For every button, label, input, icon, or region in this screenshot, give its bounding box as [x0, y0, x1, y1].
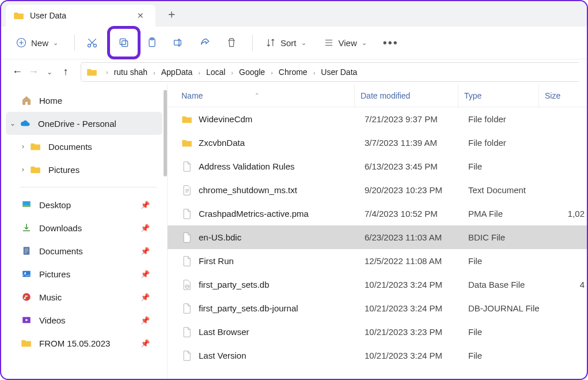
download-icon	[21, 223, 32, 233]
file-icon	[181, 351, 193, 361]
file-row[interactable]: Address Validation Rules6/13/2023 3:45 P…	[168, 155, 587, 178]
svg-rect-3	[122, 41, 128, 47]
file-size: 1,02	[546, 209, 587, 219]
sidebar-documents[interactable]: Documents 📌	[1, 239, 167, 262]
sort-indicator-icon: ⌃	[255, 92, 259, 99]
chevron-down-icon: ⌄	[53, 39, 58, 47]
file-row[interactable]: Last Version10/21/2023 3:24 PMFile	[168, 344, 587, 367]
paste-icon	[146, 37, 158, 48]
sidebar-from-folder[interactable]: FROM 15.05.2023 📌	[1, 332, 167, 355]
up-button[interactable]: ↑	[58, 66, 74, 78]
breadcrumb-segment[interactable]: Chrome	[277, 67, 309, 77]
cut-button[interactable]	[81, 31, 104, 54]
sidebar-pictures[interactable]: Pictures 📌	[1, 262, 167, 285]
more-button[interactable]: •••	[377, 31, 404, 54]
svg-rect-7	[174, 40, 181, 45]
breadcrumb-segment[interactable]: Google	[237, 67, 267, 77]
folder-icon	[30, 142, 41, 151]
folder-icon	[21, 339, 32, 347]
sort-button[interactable]: Sort ⌄	[259, 31, 313, 54]
chevron-down-icon: ⌄	[362, 39, 367, 47]
share-icon	[199, 37, 211, 48]
cloud-icon	[20, 118, 31, 129]
document-icon	[21, 246, 32, 256]
file-type: File	[462, 256, 546, 266]
file-name: first_party_sets.db-journal	[199, 303, 359, 313]
copy-button[interactable]	[112, 31, 135, 54]
file-row[interactable]: WidevineCdm7/21/2023 9:37 PMFile folder	[168, 107, 587, 131]
chevron-down-icon: ⌄	[301, 39, 306, 47]
close-tab-icon[interactable]: ✕	[134, 10, 147, 21]
file-size: 4	[546, 280, 587, 289]
sidebar-desktop[interactable]: Desktop 📌	[1, 193, 167, 216]
sidebar-onedrive-documents[interactable]: › Documents	[1, 135, 167, 158]
sidebar-home[interactable]: Home	[1, 89, 167, 112]
recent-dropdown[interactable]: ⌄	[41, 68, 58, 76]
file-row[interactable]: en-US.bdic6/23/2023 11:03 AMBDIC File	[168, 225, 587, 249]
breadcrumb-segment[interactable]: AppData	[160, 67, 194, 77]
file-date: 10/21/2023 3:24 PM	[359, 351, 462, 360]
sort-label: Sort	[280, 38, 297, 48]
chevron-right-icon: ›	[267, 69, 277, 76]
file-row[interactable]: CrashpadMetrics-active.pma7/4/2023 10:52…	[168, 202, 587, 225]
file-date: 9/20/2023 10:23 PM	[359, 185, 462, 195]
scissors-icon	[86, 37, 98, 48]
file-row[interactable]: ZxcvbnData3/7/2023 11:39 AMFile folder	[168, 131, 587, 155]
sidebar-home-label: Home	[39, 96, 62, 106]
sidebar-downloads[interactable]: Downloads 📌	[1, 216, 167, 239]
pin-icon: 📌	[141, 247, 150, 255]
view-button[interactable]: View ⌄	[317, 31, 374, 54]
share-button[interactable]	[194, 31, 217, 54]
paste-button[interactable]	[141, 31, 164, 54]
file-row[interactable]: first_party_sets.db10/21/2023 3:24 PMDat…	[168, 273, 587, 296]
rename-icon	[173, 37, 184, 48]
column-headers: Name ⌃ Date modified Type Size	[168, 84, 587, 107]
file-date: 6/13/2023 3:45 PM	[359, 161, 462, 171]
file-date: 10/21/2023 3:24 PM	[359, 303, 462, 313]
new-button[interactable]: New ⌄	[9, 31, 65, 54]
sidebar-videos[interactable]: Videos 📌	[1, 308, 167, 332]
scrollbar-thumb[interactable]	[164, 90, 167, 176]
file-pane: Name ⌃ Date modified Type Size WidevineC…	[167, 84, 587, 379]
column-type-header[interactable]: Type	[458, 84, 538, 107]
file-row[interactable]: Last Browser10/21/2023 3:23 PMFile	[168, 320, 587, 344]
breadcrumb-segment[interactable]: rutu shah	[112, 67, 149, 77]
desktop-icon	[21, 200, 32, 210]
file-name: WidevineCdm	[199, 114, 359, 124]
sidebar-item-label: Documents	[39, 246, 83, 256]
file-name: en-US.bdic	[199, 232, 359, 242]
column-size-header[interactable]: Size	[538, 84, 587, 107]
address-bar[interactable]: › rutu shah›AppData›Local›Google›Chrome›…	[81, 62, 579, 82]
sidebar-onedrive-label: OneDrive - Personal	[38, 119, 116, 129]
breadcrumb-segment[interactable]: User Data	[319, 67, 359, 77]
forward-button[interactable]: →	[25, 66, 41, 78]
file-type: BDIC File	[462, 232, 546, 242]
file-name: Last Browser	[199, 327, 359, 337]
file-type: PMA File	[462, 209, 546, 219]
delete-button[interactable]	[220, 31, 243, 54]
new-tab-button[interactable]: ＋	[166, 6, 177, 22]
sidebar-item-label: Pictures	[48, 165, 79, 175]
sidebar-onedrive-pictures[interactable]: › Pictures	[1, 158, 167, 181]
file-type: File	[462, 161, 546, 171]
rename-button[interactable]	[167, 31, 190, 54]
sidebar-item-label: Documents	[48, 142, 92, 152]
chevron-down-icon[interactable]: ⌄	[8, 119, 17, 127]
file-row[interactable]: first_party_sets.db-journal10/21/2023 3:…	[168, 296, 587, 320]
tab-title: User Data	[30, 11, 134, 20]
column-date-header[interactable]: Date modified	[354, 84, 458, 107]
breadcrumb-segment[interactable]: Local	[204, 67, 227, 77]
file-row[interactable]: chrome_shutdown_ms.txt9/20/2023 10:23 PM…	[168, 178, 587, 202]
sidebar-music[interactable]: Music 📌	[1, 285, 167, 308]
file-date: 3/7/2023 11:39 AM	[359, 138, 462, 148]
chevron-right-icon[interactable]: ›	[18, 165, 28, 174]
file-row[interactable]: First Run12/5/2022 11:08 AMFile	[168, 249, 587, 273]
column-name-header[interactable]: Name ⌃	[181, 91, 354, 100]
file-type: File folder	[462, 138, 546, 148]
file-type: File folder	[462, 114, 546, 124]
chevron-right-icon[interactable]: ›	[18, 142, 28, 151]
back-button[interactable]: ←	[9, 66, 25, 78]
sidebar-onedrive[interactable]: ⌄ OneDrive - Personal	[6, 112, 162, 135]
window-tab[interactable]: User Data ✕	[6, 5, 155, 27]
chevron-right-icon: ›	[227, 69, 237, 76]
